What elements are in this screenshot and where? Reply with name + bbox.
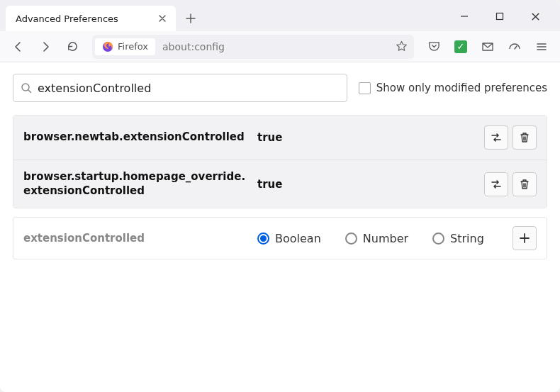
url-text: about:config <box>158 41 388 52</box>
toggle-button[interactable] <box>484 172 508 196</box>
dashboard-icon[interactable] <box>503 35 526 58</box>
add-button[interactable] <box>513 226 537 250</box>
plus-icon <box>519 233 530 244</box>
search-row: Show only modified preferences <box>13 74 547 102</box>
radio-boolean[interactable]: Boolean <box>257 232 321 245</box>
app-menu-button[interactable] <box>530 35 553 58</box>
radio-icon <box>345 233 357 245</box>
search-icon <box>21 82 32 94</box>
browser-tab[interactable]: Advanced Preferences <box>6 6 176 31</box>
tab-title: Advanced Preferences <box>16 13 156 24</box>
search-box[interactable] <box>13 74 347 102</box>
preference-value: true <box>257 178 477 191</box>
radio-icon <box>257 233 269 245</box>
type-options: Boolean Number String <box>257 232 505 245</box>
preference-value: true <box>257 131 477 144</box>
toolbar: Firefox about:config ✓ <box>0 31 560 62</box>
trash-icon <box>519 179 530 190</box>
close-window-button[interactable] <box>525 6 546 27</box>
radio-number[interactable]: Number <box>345 232 408 245</box>
new-tab-button[interactable] <box>180 8 201 29</box>
trash-icon <box>519 132 530 143</box>
show-modified-checkbox[interactable]: Show only modified preferences <box>359 82 547 94</box>
delete-button[interactable] <box>513 172 537 196</box>
inbox-icon[interactable] <box>476 35 499 58</box>
about-config-content: Show only modified preferences browser.n… <box>0 62 560 271</box>
row-actions <box>484 172 537 196</box>
maximize-button[interactable] <box>489 6 510 27</box>
new-preference-name: extensionControlled <box>23 232 250 245</box>
toggle-icon <box>490 178 503 191</box>
preferences-table: browser.newtab.extensionControlled true … <box>13 115 547 208</box>
minimize-button[interactable] <box>454 6 475 27</box>
firefox-logo-icon <box>102 41 113 52</box>
window-controls <box>454 6 554 31</box>
delete-button[interactable] <box>513 125 537 150</box>
back-button[interactable] <box>7 35 30 58</box>
url-bar[interactable]: Firefox about:config <box>92 35 414 59</box>
radio-icon <box>432 233 444 245</box>
radio-label: Number <box>363 232 408 245</box>
radio-string[interactable]: String <box>432 232 484 245</box>
new-preference-row: extensionControlled Boolean Number Strin… <box>13 217 547 259</box>
checkbox-icon[interactable] <box>359 82 371 94</box>
preference-name: browser.startup.homepage_override.extens… <box>23 170 250 198</box>
titlebar: Advanced Preferences <box>0 0 560 31</box>
preference-row[interactable]: browser.startup.homepage_override.extens… <box>13 160 547 208</box>
identity-label: Firefox <box>118 41 148 52</box>
search-input[interactable] <box>38 82 340 95</box>
radio-label: Boolean <box>275 232 321 245</box>
forward-button[interactable] <box>34 35 57 58</box>
pocket-icon[interactable] <box>422 35 445 58</box>
svg-rect-0 <box>497 13 503 20</box>
radio-label: String <box>450 232 484 245</box>
toggle-icon <box>490 131 503 144</box>
preference-name: browser.newtab.extensionControlled <box>23 130 250 145</box>
toggle-button[interactable] <box>484 125 508 150</box>
extension-icon[interactable]: ✓ <box>449 35 472 58</box>
row-actions <box>484 125 537 150</box>
browser-window: Advanced Preferences <box>0 0 560 392</box>
reload-button[interactable] <box>61 35 84 58</box>
close-icon[interactable] <box>156 12 169 25</box>
preference-row[interactable]: browser.newtab.extensionControlled true <box>13 116 547 160</box>
show-modified-label: Show only modified preferences <box>376 82 547 94</box>
identity-box[interactable]: Firefox <box>95 38 155 55</box>
bookmark-star-icon[interactable] <box>391 37 411 57</box>
